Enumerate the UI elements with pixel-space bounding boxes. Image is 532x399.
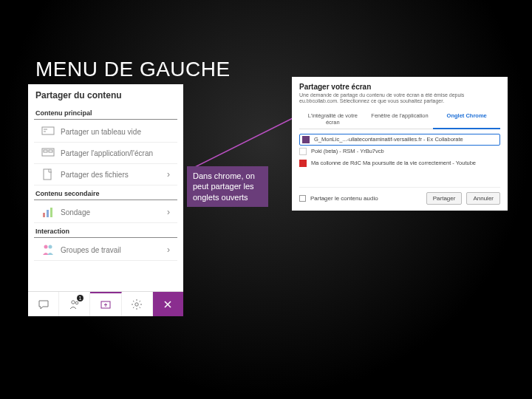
tab-row-label: Ma collonne de RdC Ma poursuite de la vi… (311, 160, 476, 166)
favicon-icon (299, 160, 307, 167)
close-icon (163, 299, 173, 310)
item-whiteboard[interactable]: Partager un tableau vide (34, 121, 177, 143)
tab-row[interactable]: G_MonLic_...-ullatecontaminatif-versaill… (299, 134, 500, 146)
screen-icon (41, 146, 55, 160)
slide-title: MENU DE GAUCHE (35, 58, 231, 81)
groups-icon (41, 243, 55, 256)
tab-row[interactable]: Ma collonne de RdC Ma poursuite de la vi… (299, 157, 500, 169)
nav-chat[interactable] (28, 292, 59, 316)
panel-bottom-nav: 1 (28, 291, 183, 316)
audio-checkbox[interactable] (299, 195, 306, 202)
item-share-files[interactable]: Partager des fichiers › (34, 164, 177, 185)
panel-header: Partager du contenu (28, 84, 183, 105)
cancel-button[interactable]: Annuler (466, 192, 500, 205)
poll-icon (41, 205, 55, 219)
chevron-right-icon: › (167, 169, 170, 180)
svg-rect-5 (49, 150, 52, 152)
chevron-right-icon: › (167, 207, 170, 217)
nav-attendees[interactable]: 1 (59, 292, 90, 316)
section-primary-label: Contenu principal (34, 105, 177, 120)
dialog-title: Partager votre écran (299, 83, 500, 91)
chat-icon (38, 299, 50, 310)
item-label: Partager des fichiers (61, 171, 161, 179)
dialog-description: Une demande de partage du contenu de vot… (299, 92, 500, 105)
attendees-badge: 1 (77, 295, 84, 301)
item-breakout-groups[interactable]: Groupes de travail › (34, 239, 177, 261)
nav-close[interactable] (153, 292, 183, 316)
item-label: Partager l'application/l'écran (61, 149, 170, 157)
item-label: Groupes de travail (61, 246, 161, 254)
share-button[interactable]: Partager (426, 192, 463, 205)
dialog-tabs: L'intégralité de votre écran Fenêtre de … (299, 109, 500, 129)
whiteboard-icon (41, 125, 55, 138)
dialog-tab-list: G_MonLic_...-ullatecontaminatif-versaill… (299, 134, 500, 169)
tab-chrome-tab[interactable]: Onglet Chrome (433, 109, 500, 129)
item-share-screen[interactable]: Partager l'application/l'écran (34, 143, 177, 164)
svg-point-12 (72, 300, 75, 303)
tab-row[interactable]: Poki (beta) - RSM - YrBu7vcb (299, 146, 500, 157)
svg-point-13 (75, 301, 78, 304)
callout-text: Dans chrome, on peut partager les onglet… (193, 171, 255, 202)
item-poll[interactable]: Sondage › (34, 202, 177, 223)
svg-rect-9 (50, 208, 52, 217)
svg-rect-0 (42, 127, 54, 134)
tab-row-label: G_MonLic_...-ullatecontaminatif-versaill… (314, 136, 463, 143)
tab-entire-screen[interactable]: L'intégralité de votre écran (299, 109, 366, 129)
tab-app-window[interactable]: Fenêtre de l'application (366, 109, 434, 129)
nav-share[interactable] (90, 292, 121, 316)
svg-rect-8 (47, 210, 49, 217)
favicon-icon (302, 136, 310, 143)
chrome-share-dialog: Partager votre écran Une demande de part… (292, 77, 508, 211)
chevron-right-icon: › (167, 245, 170, 255)
section-secondary-label: Contenu secondaire (34, 185, 177, 200)
svg-line-18 (192, 118, 293, 168)
nav-settings[interactable] (122, 292, 153, 316)
dialog-footer: Partager le contenu audio Partager Annul… (299, 187, 500, 205)
callout-connector (191, 117, 294, 168)
svg-rect-6 (44, 169, 51, 180)
audio-label: Partager le contenu audio (310, 195, 378, 202)
svg-point-15 (135, 302, 138, 305)
item-label: Sondage (61, 208, 161, 216)
favicon-icon (299, 148, 307, 155)
svg-point-10 (44, 245, 48, 249)
item-label: Partager un tableau vide (61, 128, 170, 136)
svg-rect-7 (43, 213, 45, 217)
section-interaction-label: Interaction (34, 223, 177, 238)
gear-icon (131, 299, 143, 310)
svg-rect-4 (44, 150, 47, 152)
callout-box: Dans chrome, on peut partager les onglet… (187, 166, 268, 207)
share-content-panel: Partager du contenu Contenu principal Pa… (28, 84, 183, 316)
tab-row-label: Poki (beta) - RSM - YrBu7vcb (311, 148, 384, 154)
file-icon (41, 168, 55, 181)
svg-point-11 (49, 245, 52, 249)
share-icon (100, 299, 112, 311)
